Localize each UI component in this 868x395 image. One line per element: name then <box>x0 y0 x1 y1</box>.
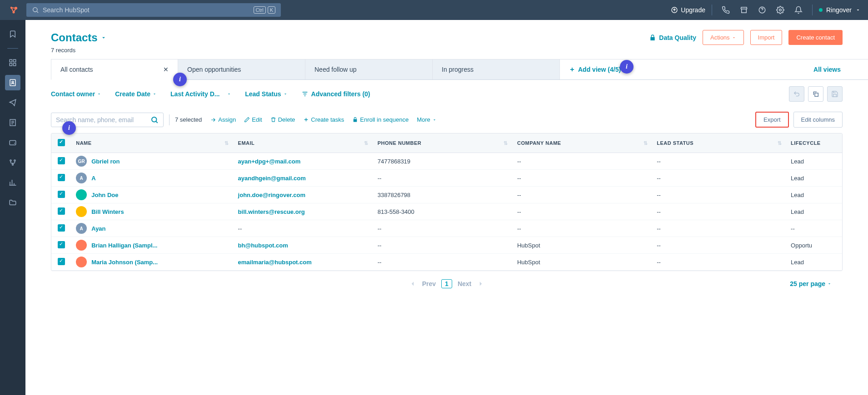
notifications-icon[interactable] <box>791 3 806 17</box>
phone-icon[interactable] <box>718 3 733 17</box>
global-search-input[interactable] <box>43 6 254 14</box>
upgrade-button[interactable]: Upgrade <box>671 6 705 14</box>
settings-icon[interactable] <box>773 3 788 17</box>
svg-point-3 <box>33 8 37 12</box>
search-shortcut: CtrlK <box>254 6 275 14</box>
chevron-down-icon <box>855 7 861 13</box>
account-menu[interactable]: Ringover <box>819 6 861 14</box>
marketplace-icon[interactable] <box>737 3 751 17</box>
status-dot-icon <box>819 8 823 12</box>
top-nav: CtrlK Upgrade Ringover <box>0 0 868 20</box>
global-search[interactable]: CtrlK <box>26 3 281 17</box>
svg-point-6 <box>779 9 782 11</box>
upgrade-icon <box>671 6 678 14</box>
search-icon <box>32 6 39 14</box>
help-icon[interactable] <box>755 3 769 17</box>
hubspot-logo-icon[interactable] <box>7 4 20 16</box>
